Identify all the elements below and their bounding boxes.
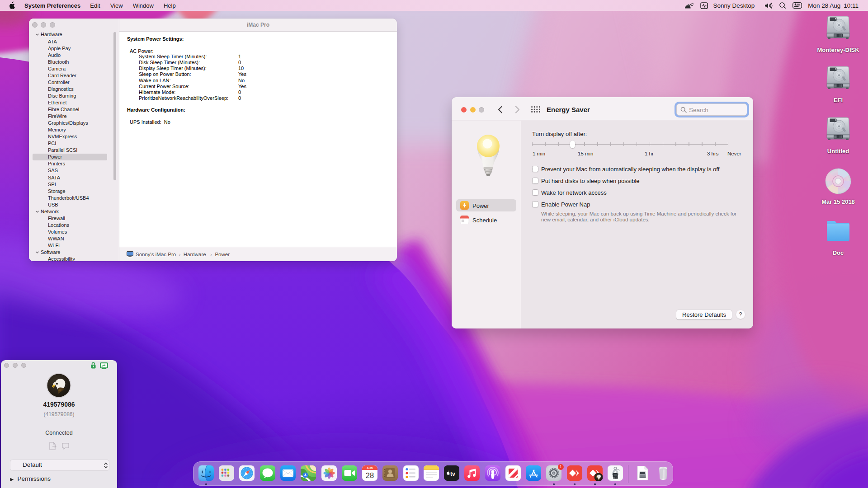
- svg-text:tv: tv: [450, 471, 455, 477]
- svg-text:28: 28: [366, 471, 374, 479]
- svg-text:AUG: AUG: [367, 467, 373, 469]
